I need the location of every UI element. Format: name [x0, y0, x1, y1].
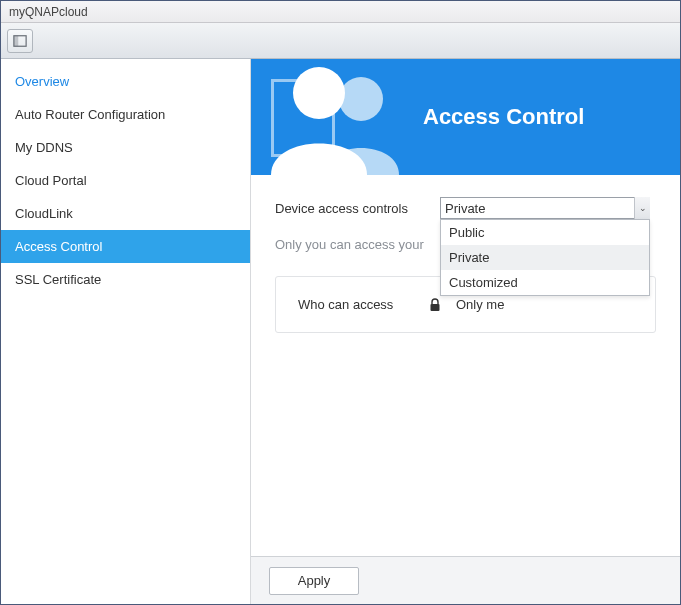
content-area: Device access controls Private ⌄ Public …: [251, 175, 680, 556]
sidebar-item-label: Access Control: [15, 239, 102, 254]
body: Overview Auto Router Configuration My DD…: [1, 59, 680, 604]
svg-rect-4: [431, 304, 440, 311]
sidebar-item-cloudlink[interactable]: CloudLink: [1, 197, 250, 230]
device-access-row: Device access controls Private ⌄ Public …: [275, 197, 656, 219]
sidebar-item-overview[interactable]: Overview: [1, 65, 250, 98]
svg-point-3: [293, 67, 345, 119]
dropdown-option-customized[interactable]: Customized: [441, 270, 649, 295]
sidebar-item-my-ddns[interactable]: My DDNS: [1, 131, 250, 164]
apply-button[interactable]: Apply: [269, 567, 359, 595]
dropdown-option-label: Customized: [449, 275, 518, 290]
sidebar-item-label: Auto Router Configuration: [15, 107, 165, 122]
apply-button-label: Apply: [298, 573, 331, 588]
svg-rect-1: [14, 35, 18, 46]
sidebar-item-label: Cloud Portal: [15, 173, 87, 188]
dropdown-option-public[interactable]: Public: [441, 220, 649, 245]
select-value-text: Private: [445, 201, 485, 216]
toolbar: [1, 23, 680, 59]
window-title: myQNAPcloud: [9, 5, 88, 19]
sidebar-item-label: My DDNS: [15, 140, 73, 155]
device-access-select[interactable]: Private ⌄ Public Private Customized: [440, 197, 650, 219]
app-window: myQNAPcloud Overview Auto Router Configu…: [0, 0, 681, 605]
sidebar-item-label: Overview: [15, 74, 69, 89]
sidebar-item-label: CloudLink: [15, 206, 73, 221]
footer-bar: Apply: [251, 556, 680, 604]
dropdown-option-label: Public: [449, 225, 484, 240]
device-access-dropdown: Public Private Customized: [440, 219, 650, 296]
page-title: Access Control: [423, 104, 584, 130]
lock-icon: [428, 298, 442, 312]
who-can-access-label: Who can access: [298, 297, 428, 312]
svg-point-2: [339, 77, 383, 121]
sidebar-item-auto-router[interactable]: Auto Router Configuration: [1, 98, 250, 131]
dropdown-option-private[interactable]: Private: [441, 245, 649, 270]
sidebar-item-cloud-portal[interactable]: Cloud Portal: [1, 164, 250, 197]
sidebar: Overview Auto Router Configuration My DD…: [1, 59, 251, 604]
select-value[interactable]: Private: [440, 197, 650, 219]
titlebar: myQNAPcloud: [1, 1, 680, 23]
people-silhouette-icon: [257, 59, 417, 175]
chevron-down-icon[interactable]: ⌄: [634, 197, 650, 219]
sidebar-item-access-control[interactable]: Access Control: [1, 230, 250, 263]
hero-banner: Access Control: [251, 59, 680, 175]
device-access-label: Device access controls: [275, 201, 440, 216]
dropdown-option-label: Private: [449, 250, 489, 265]
sidebar-item-ssl-certificate[interactable]: SSL Certificate: [1, 263, 250, 296]
window-mode-icon[interactable]: [7, 29, 33, 53]
sidebar-item-label: SSL Certificate: [15, 272, 101, 287]
who-can-access-value: Only me: [456, 297, 504, 312]
main-panel: Access Control Device access controls Pr…: [251, 59, 680, 604]
